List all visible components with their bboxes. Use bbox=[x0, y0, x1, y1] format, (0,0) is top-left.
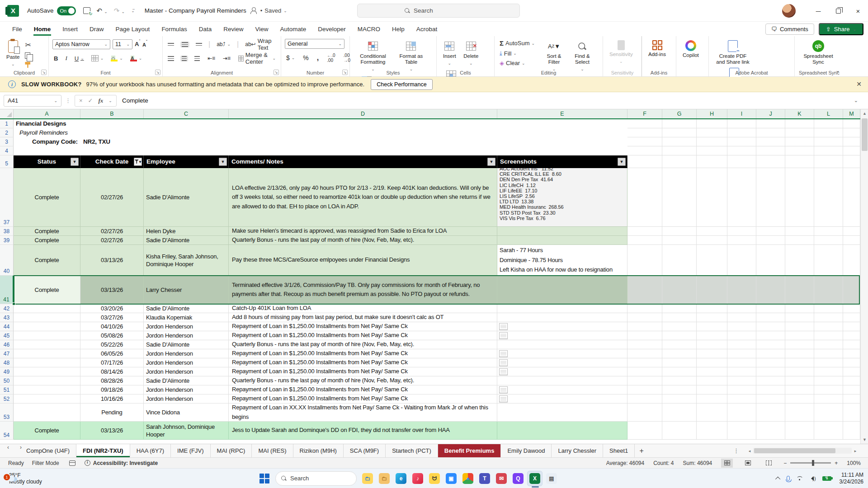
cell-I42[interactable] bbox=[727, 304, 756, 313]
cell-C50[interactable]: Sadie D'Alimonte bbox=[144, 376, 229, 385]
cell-D39[interactable]: Quarterly Bonus - runs the last pay of m… bbox=[229, 236, 497, 245]
cell-D48[interactable]: Repayment of Loan in $1,250.00 Installme… bbox=[229, 358, 497, 367]
screenshot-thumbnail-icon[interactable] bbox=[499, 350, 508, 357]
decrease-font-icon[interactable]: Aˇ bbox=[142, 41, 147, 47]
row-header-47[interactable]: 47 bbox=[0, 349, 14, 358]
cell-D43[interactable]: Add 8 hours of missing pay from last pay… bbox=[229, 313, 497, 322]
saved-status[interactable]: • Saved ⌄ bbox=[260, 7, 287, 14]
cell-K2[interactable] bbox=[785, 128, 814, 137]
dismiss-banner-icon[interactable]: ✕ bbox=[856, 80, 862, 88]
cell-A50[interactable] bbox=[14, 376, 80, 385]
cell-D38[interactable]: Make sure Helen's timecard is approved, … bbox=[229, 227, 497, 236]
cell-G52[interactable] bbox=[662, 394, 697, 404]
cell-H43[interactable] bbox=[697, 313, 727, 322]
cell-F46[interactable] bbox=[627, 340, 662, 349]
taskbar-excel-icon[interactable]: X bbox=[527, 471, 542, 486]
accessibility-status[interactable]: Accessibility: Investigate bbox=[93, 460, 158, 466]
ribbon-tab-automate[interactable]: Automate bbox=[274, 23, 312, 35]
cell-H1[interactable] bbox=[697, 119, 727, 128]
cell-F48[interactable] bbox=[627, 358, 662, 367]
cell-A38[interactable]: Complete bbox=[14, 227, 80, 236]
collapse-ribbon-icon[interactable]: ⌄ bbox=[835, 67, 840, 74]
paste-button[interactable]: Paste⌄ bbox=[4, 39, 22, 69]
taskbar-bee-icon[interactable]: ᗢ bbox=[427, 471, 442, 486]
cell-I54[interactable] bbox=[727, 422, 756, 440]
cell-K38[interactable] bbox=[785, 227, 814, 236]
cell-F54[interactable] bbox=[627, 422, 662, 440]
filter-dropdown-icon[interactable]: ▼ bbox=[487, 158, 495, 166]
cell-B42[interactable]: 03/20/26 bbox=[80, 304, 144, 313]
header-status[interactable]: Status▼ bbox=[14, 155, 80, 168]
cell-M48[interactable] bbox=[843, 358, 860, 367]
font-size-select[interactable]: 11⌄ bbox=[113, 39, 132, 49]
screenshot-thumbnail-icon[interactable] bbox=[499, 368, 508, 375]
sensitivity-button[interactable]: Sensitivity⌄ bbox=[607, 39, 636, 66]
column-header-K[interactable]: K bbox=[785, 109, 814, 118]
cell-L44[interactable] bbox=[814, 322, 843, 331]
cell-I45[interactable] bbox=[727, 331, 756, 340]
cell-A40[interactable]: Complete bbox=[14, 245, 80, 276]
cell-E53[interactable] bbox=[497, 404, 627, 422]
column-header-A[interactable]: A bbox=[14, 109, 80, 118]
cell-J45[interactable] bbox=[756, 331, 785, 340]
zoom-thumb[interactable] bbox=[812, 460, 814, 466]
cell-G4[interactable] bbox=[662, 146, 697, 155]
cell-J43[interactable] bbox=[756, 313, 785, 322]
header-employee[interactable]: Employee▼ bbox=[144, 155, 229, 168]
row-header-44[interactable]: 44 bbox=[0, 322, 14, 331]
ribbon-tab-home[interactable]: Home bbox=[28, 23, 57, 35]
cell-D45[interactable]: Repayment of Loan in $1,250.00 Installme… bbox=[229, 331, 497, 340]
cell-C37[interactable]: Sadie D'Alimonte bbox=[144, 168, 229, 227]
cell-G44[interactable] bbox=[662, 322, 697, 331]
cell-C53[interactable]: Vince Didona bbox=[144, 404, 229, 422]
cell-D47[interactable]: Repayment of Loan in $1,250.00 Installme… bbox=[229, 349, 497, 358]
create-pdf-share-button[interactable]: Create PDF and Share link bbox=[712, 39, 753, 66]
cell-J37[interactable] bbox=[756, 168, 785, 227]
taskbar-folder-icon[interactable]: 🗀 bbox=[377, 471, 392, 486]
cell-J38[interactable] bbox=[756, 227, 785, 236]
cell-J4[interactable] bbox=[756, 146, 785, 155]
cell-H41[interactable] bbox=[697, 276, 727, 304]
cell-B37[interactable]: 02/27/26 bbox=[80, 168, 144, 227]
taskbar-calculator-icon[interactable]: ▤ bbox=[544, 471, 559, 486]
column-header-J[interactable]: J bbox=[756, 109, 785, 118]
cell-H47[interactable] bbox=[697, 349, 727, 358]
insert-function-icon[interactable]: fx bbox=[99, 97, 104, 104]
sheet-tab-benefit-premiums[interactable]: Benefit Premiums bbox=[438, 444, 501, 457]
cell-G43[interactable] bbox=[662, 313, 697, 322]
cell-J48[interactable] bbox=[756, 358, 785, 367]
cell-A43[interactable] bbox=[14, 313, 80, 322]
cell-G48[interactable] bbox=[662, 358, 697, 367]
cell-E52[interactable] bbox=[497, 394, 627, 404]
cell-K40[interactable] bbox=[785, 245, 814, 276]
cell-J39[interactable] bbox=[756, 236, 785, 245]
cell-H53[interactable] bbox=[697, 404, 727, 422]
cell-H54[interactable] bbox=[697, 422, 727, 440]
cell-K49[interactable] bbox=[785, 367, 814, 376]
cell-M3[interactable] bbox=[843, 137, 860, 146]
taskbar-teams-icon[interactable]: T bbox=[477, 471, 492, 486]
cell-H49[interactable] bbox=[697, 367, 727, 376]
cell-M42[interactable] bbox=[843, 304, 860, 313]
cell-F49[interactable] bbox=[627, 367, 662, 376]
row-header-3[interactable]: 3 bbox=[0, 137, 14, 146]
cell-H52[interactable] bbox=[697, 394, 727, 404]
ribbon-tab-help[interactable]: Help bbox=[386, 23, 410, 35]
cell-I51[interactable] bbox=[727, 385, 756, 394]
undo-button[interactable]: ↶ ⌄ bbox=[97, 7, 108, 15]
cell-E39[interactable] bbox=[497, 236, 627, 245]
name-box[interactable]: A41⌄ bbox=[4, 95, 61, 107]
cell-M49[interactable] bbox=[843, 367, 860, 376]
cell-J50[interactable] bbox=[756, 376, 785, 385]
cell-C41[interactable]: Larry Chesser bbox=[144, 276, 229, 304]
cell-H37[interactable] bbox=[697, 168, 727, 227]
cell-B49[interactable]: 08/14/26 bbox=[80, 367, 144, 376]
row-header-48[interactable]: 48 bbox=[0, 358, 14, 367]
select-all-button[interactable] bbox=[0, 109, 14, 118]
wifi-icon[interactable] bbox=[796, 476, 802, 481]
cell-I52[interactable] bbox=[727, 394, 756, 404]
page-layout-view-button[interactable] bbox=[742, 459, 754, 468]
cell-B53[interactable]: Pending bbox=[80, 404, 144, 422]
sheet-tab-fdi-nr2-txu-[interactable]: FDI (NR2-TXU) bbox=[76, 444, 130, 457]
cell-K42[interactable] bbox=[785, 304, 814, 313]
